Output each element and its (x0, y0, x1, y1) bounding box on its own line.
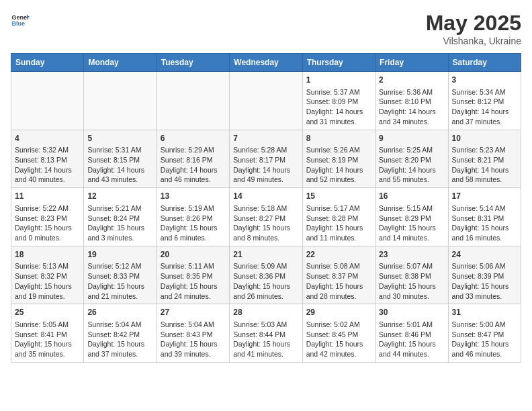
day-info: Sunset: 8:10 PM (379, 97, 444, 107)
day-info: and 34 minutes. (379, 117, 444, 127)
day-info: and 49 minutes. (233, 175, 298, 185)
day-info: Sunrise: 5:08 AM (306, 261, 371, 271)
day-info: Daylight: 15 hours (452, 339, 517, 349)
day-info: and 58 minutes. (452, 175, 517, 185)
day-info: Sunset: 8:36 PM (233, 271, 298, 281)
day-info: Sunrise: 5:32 AM (15, 145, 80, 155)
day-info: Daylight: 15 hours (452, 281, 517, 291)
calendar-week-row: 25Sunrise: 5:05 AMSunset: 8:41 PMDayligh… (11, 304, 521, 363)
day-info: Daylight: 15 hours (452, 223, 517, 233)
calendar-cell: 11Sunrise: 5:22 AMSunset: 8:23 PMDayligh… (11, 188, 84, 246)
day-info: Sunrise: 5:21 AM (87, 203, 152, 214)
day-number: 23 (379, 249, 444, 261)
day-info: and 28 minutes. (306, 291, 371, 302)
day-info: and 26 minutes. (233, 291, 298, 302)
calendar-cell: 1Sunrise: 5:37 AMSunset: 8:09 PMDaylight… (302, 72, 375, 130)
day-info: Sunrise: 5:25 AM (379, 145, 444, 155)
day-info: Sunset: 8:46 PM (379, 330, 444, 340)
day-info: Sunset: 8:31 PM (452, 214, 517, 224)
day-info: Sunrise: 5:09 AM (233, 261, 298, 271)
weekday-header-friday: Friday (375, 54, 448, 72)
day-info: Sunrise: 5:29 AM (161, 145, 226, 155)
day-info: and 40 minutes. (15, 175, 80, 185)
day-info: Sunset: 8:12 PM (452, 97, 517, 107)
main-title: May 2025 (426, 11, 521, 36)
calendar-cell: 9Sunrise: 5:25 AMSunset: 8:20 PMDaylight… (375, 130, 448, 188)
day-info: Daylight: 15 hours (233, 339, 298, 349)
day-info: Daylight: 14 hours (379, 165, 444, 175)
day-info: Sunrise: 5:26 AM (306, 145, 371, 155)
day-info: Sunrise: 5:01 AM (379, 320, 444, 330)
day-info: Sunset: 8:23 PM (15, 214, 80, 224)
calendar-cell: 24Sunrise: 5:06 AMSunset: 8:39 PMDayligh… (448, 246, 521, 304)
day-number: 22 (306, 249, 371, 261)
day-number: 18 (15, 249, 80, 261)
day-info: and 16 minutes. (452, 233, 517, 243)
day-info: and 52 minutes. (306, 175, 371, 185)
day-info: Daylight: 15 hours (233, 281, 298, 291)
day-info: Sunrise: 5:04 AM (161, 320, 226, 330)
day-number: 21 (233, 249, 298, 261)
day-info: Daylight: 14 hours (233, 165, 298, 175)
calendar-cell: 17Sunrise: 5:14 AMSunset: 8:31 PMDayligh… (448, 188, 521, 246)
day-info: Sunrise: 5:13 AM (15, 261, 80, 271)
day-info: and 31 minutes. (306, 117, 371, 127)
calendar-cell: 27Sunrise: 5:04 AMSunset: 8:43 PMDayligh… (157, 304, 229, 363)
day-number: 6 (161, 133, 226, 144)
day-number: 20 (161, 249, 226, 261)
day-info: Sunset: 8:19 PM (306, 155, 371, 165)
calendar-cell (11, 72, 84, 130)
day-info: Daylight: 15 hours (87, 223, 152, 233)
day-info: Daylight: 14 hours (87, 165, 152, 175)
day-info: Sunrise: 5:17 AM (306, 203, 371, 214)
day-info: Sunrise: 5:23 AM (452, 145, 517, 155)
day-info: Sunrise: 5:05 AM (15, 320, 80, 330)
day-info: and 6 minutes. (161, 233, 226, 243)
day-info: Daylight: 15 hours (161, 339, 226, 349)
day-number: 16 (379, 191, 444, 202)
day-info: Daylight: 14 hours (306, 107, 371, 117)
calendar-cell: 5Sunrise: 5:31 AMSunset: 8:15 PMDaylight… (84, 130, 157, 188)
day-info: Daylight: 15 hours (15, 339, 80, 349)
day-info: Daylight: 15 hours (87, 339, 152, 349)
day-info: Sunset: 8:24 PM (87, 214, 152, 224)
calendar-cell: 31Sunrise: 5:00 AMSunset: 8:47 PMDayligh… (448, 304, 521, 363)
calendar-cell: 19Sunrise: 5:12 AMSunset: 8:33 PMDayligh… (84, 246, 157, 304)
calendar-week-row: 11Sunrise: 5:22 AMSunset: 8:23 PMDayligh… (11, 188, 521, 246)
calendar-cell: 10Sunrise: 5:23 AMSunset: 8:21 PMDayligh… (448, 130, 521, 188)
day-info: and 19 minutes. (15, 291, 80, 302)
day-number: 9 (379, 133, 444, 144)
day-number: 17 (452, 191, 517, 202)
calendar-week-row: 4Sunrise: 5:32 AMSunset: 8:13 PMDaylight… (11, 130, 521, 188)
day-info: and 42 minutes. (306, 349, 371, 359)
day-number: 11 (15, 191, 80, 202)
day-info: Daylight: 14 hours (452, 165, 517, 175)
day-number: 28 (233, 307, 298, 318)
day-number: 27 (161, 307, 226, 318)
day-number: 1 (306, 75, 371, 86)
day-info: Sunset: 8:20 PM (379, 155, 444, 165)
calendar-cell: 14Sunrise: 5:18 AMSunset: 8:27 PMDayligh… (230, 188, 302, 246)
day-info: Sunset: 8:32 PM (15, 271, 80, 281)
calendar-cell: 29Sunrise: 5:02 AMSunset: 8:45 PMDayligh… (302, 304, 375, 363)
calendar-cell: 12Sunrise: 5:21 AMSunset: 8:24 PMDayligh… (84, 188, 157, 246)
calendar-cell: 13Sunrise: 5:19 AMSunset: 8:26 PMDayligh… (157, 188, 229, 246)
day-info: Sunrise: 5:36 AM (379, 87, 444, 97)
day-info: Sunset: 8:37 PM (306, 271, 371, 281)
day-info: Sunset: 8:41 PM (15, 330, 80, 340)
day-info: Sunset: 8:28 PM (306, 214, 371, 224)
day-info: and 46 minutes. (161, 175, 226, 185)
calendar-cell (157, 72, 229, 130)
day-info: Sunrise: 5:06 AM (452, 261, 517, 271)
weekday-header-wednesday: Wednesday (230, 54, 302, 72)
calendar-cell: 6Sunrise: 5:29 AMSunset: 8:16 PMDaylight… (157, 130, 229, 188)
day-info: Sunset: 8:33 PM (87, 271, 152, 281)
calendar-table: SundayMondayTuesdayWednesdayThursdayFrid… (11, 53, 521, 363)
calendar-cell: 3Sunrise: 5:34 AMSunset: 8:12 PMDaylight… (448, 72, 521, 130)
calendar-cell: 2Sunrise: 5:36 AMSunset: 8:10 PMDaylight… (375, 72, 448, 130)
calendar-cell: 26Sunrise: 5:04 AMSunset: 8:42 PMDayligh… (84, 304, 157, 363)
day-info: and 39 minutes. (161, 349, 226, 359)
day-info: and 55 minutes. (379, 175, 444, 185)
day-info: Daylight: 15 hours (233, 223, 298, 233)
day-info: and 0 minutes. (15, 233, 80, 243)
